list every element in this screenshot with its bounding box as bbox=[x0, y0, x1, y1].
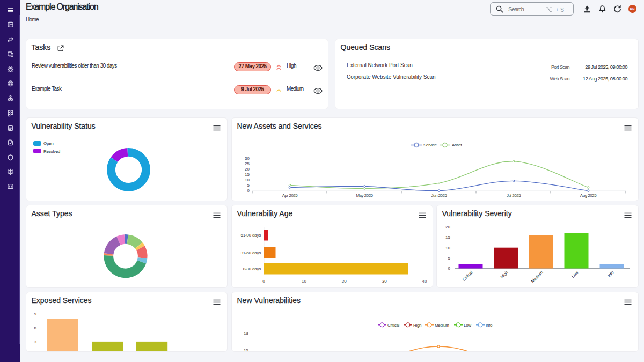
svg-text:Service: Service bbox=[423, 143, 437, 147]
svg-text:Info: Info bbox=[486, 323, 493, 328]
svg-text:18: 18 bbox=[244, 331, 248, 336]
svg-text:10: 10 bbox=[302, 279, 306, 284]
svg-text:15: 15 bbox=[445, 235, 450, 240]
svg-text:Apr 2025: Apr 2025 bbox=[282, 193, 298, 198]
svg-text:31-60 days: 31-60 days bbox=[240, 250, 261, 255]
svg-text:10: 10 bbox=[245, 178, 250, 182]
svg-text:8-30 days: 8-30 days bbox=[243, 267, 261, 271]
svg-text:0: 0 bbox=[262, 279, 265, 284]
svg-text:20: 20 bbox=[342, 279, 347, 284]
svg-text:6: 6 bbox=[34, 326, 37, 330]
svg-text:20: 20 bbox=[245, 167, 250, 172]
svg-text:+ S: + S bbox=[555, 6, 564, 13]
svg-text:9: 9 bbox=[34, 312, 37, 316]
svg-text:0: 0 bbox=[247, 188, 250, 193]
svg-text:Low: Low bbox=[464, 323, 471, 328]
svg-text:Medium: Medium bbox=[530, 270, 544, 284]
svg-text:15: 15 bbox=[244, 348, 248, 352]
svg-text:5: 5 bbox=[448, 256, 451, 261]
svg-text:40: 40 bbox=[422, 279, 427, 284]
svg-text:30: 30 bbox=[382, 279, 387, 284]
svg-text:10: 10 bbox=[445, 246, 450, 250]
svg-text:Asset: Asset bbox=[452, 143, 463, 147]
svg-text:Jul 2025: Jul 2025 bbox=[507, 193, 521, 198]
svg-text:Medium: Medium bbox=[435, 323, 449, 328]
svg-text:25: 25 bbox=[245, 161, 250, 166]
svg-text:3: 3 bbox=[34, 339, 37, 344]
svg-text:30: 30 bbox=[245, 156, 250, 161]
svg-text:Jun 2025: Jun 2025 bbox=[431, 193, 448, 198]
svg-text:Aug 2025: Aug 2025 bbox=[580, 193, 597, 198]
svg-text:61-90 days: 61-90 days bbox=[240, 233, 261, 238]
svg-text:High: High bbox=[500, 270, 509, 279]
svg-text:Low: Low bbox=[570, 270, 580, 279]
svg-text:Info: Info bbox=[606, 270, 615, 278]
svg-text:20: 20 bbox=[445, 225, 450, 230]
svg-text:Critical: Critical bbox=[387, 323, 400, 328]
svg-text:Critical: Critical bbox=[462, 270, 474, 282]
svg-text:May 2025: May 2025 bbox=[356, 193, 373, 198]
svg-text:5: 5 bbox=[247, 183, 250, 188]
svg-text:0: 0 bbox=[448, 266, 451, 271]
svg-text:High: High bbox=[413, 323, 421, 328]
svg-text:15: 15 bbox=[245, 172, 250, 177]
